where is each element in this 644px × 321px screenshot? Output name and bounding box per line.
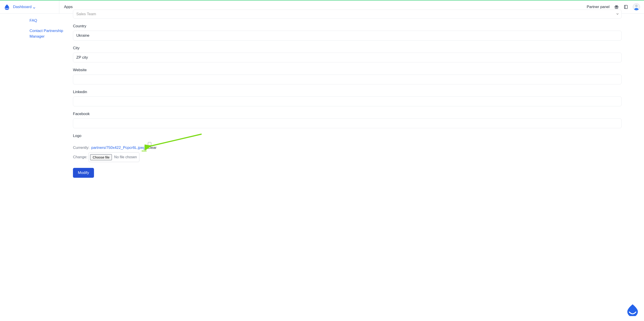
clear-logo-checkbox[interactable] xyxy=(148,142,151,146)
facebook-label: Facebook xyxy=(73,112,622,116)
no-file-chosen-label: No file chosen xyxy=(114,155,137,159)
brand-logo-icon xyxy=(4,4,10,10)
sidebar-item-faq[interactable]: FAQ xyxy=(30,18,66,24)
modify-button[interactable]: Modify xyxy=(73,168,94,178)
dashboard-dropdown[interactable]: Dashboard xyxy=(13,5,35,9)
vertical-divider xyxy=(59,0,59,14)
website-label: Website xyxy=(73,68,622,72)
choose-file-button[interactable]: Choose file xyxy=(90,154,112,160)
country-label: Country xyxy=(73,24,622,28)
book-icon[interactable] xyxy=(624,4,628,10)
apps-link[interactable]: Apps xyxy=(64,5,73,9)
svg-point-5 xyxy=(635,5,638,7)
city-label: City xyxy=(73,46,622,50)
currently-prefix: Currently: xyxy=(73,146,90,150)
logo-label: Logo xyxy=(73,134,622,138)
avatar[interactable] xyxy=(633,3,640,10)
website-input[interactable] xyxy=(73,74,622,84)
sidebar: FAQ Contact Partnership Manager xyxy=(0,14,73,187)
select-current-value: Sales Team xyxy=(76,12,96,16)
chevron-down-icon xyxy=(33,6,35,8)
linkedin-input[interactable] xyxy=(73,96,622,106)
svg-rect-3 xyxy=(624,5,627,9)
form-area: Sales Team Country City Website Linkedin… xyxy=(73,14,644,187)
partner-panel-link[interactable]: Partner panel xyxy=(587,5,610,9)
current-logo-link[interactable]: partners/750x422_Pcpcr6L.jpeg xyxy=(91,146,145,150)
sidebar-item-contact-partnership-manager[interactable]: Contact Partnership Manager xyxy=(30,28,66,40)
sales-team-select[interactable]: Sales Team xyxy=(73,10,622,18)
file-input-wrapper: Choose file No file chosen xyxy=(88,152,139,162)
facebook-input[interactable] xyxy=(73,118,622,128)
change-prefix: Change: xyxy=(73,155,87,160)
linkedin-label: Linkedin xyxy=(73,90,622,94)
logo-currently-line: Currently: partners/750x422_Pcpcr6L.jpeg… xyxy=(73,142,156,150)
gift-icon[interactable] xyxy=(614,4,619,10)
city-input[interactable] xyxy=(73,52,622,62)
annotation-underline xyxy=(142,151,146,151)
country-input[interactable] xyxy=(73,31,622,40)
clear-label: Clear xyxy=(148,146,157,150)
brand-label: Dashboard xyxy=(13,5,32,9)
chevron-down-icon xyxy=(616,12,619,16)
